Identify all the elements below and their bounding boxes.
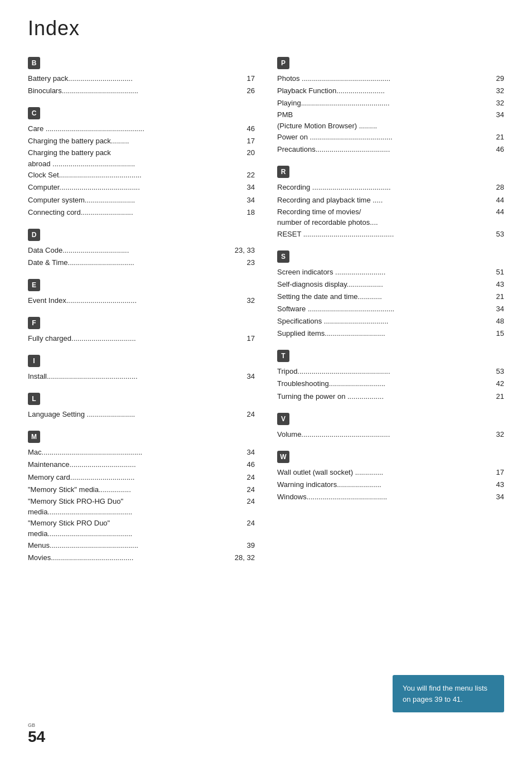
section-header-f: F — [28, 317, 40, 329]
section-header-t: T — [277, 350, 289, 362]
section-header-s: S — [277, 250, 289, 263]
callout-box: You will find the menu lists on pages 39… — [393, 675, 504, 712]
section-header-c: C — [28, 107, 40, 119]
list-item: Precautions.............................… — [277, 143, 504, 156]
list-item: Software ...............................… — [277, 303, 504, 315]
list-item: Charging the battery pack......... 17 — [28, 135, 255, 147]
list-item: Clock Set...............................… — [28, 169, 255, 181]
list-item: Turning the power on .................. … — [277, 390, 504, 403]
list-item: Connecting cord.........................… — [28, 206, 255, 219]
section-e: E Event Index...........................… — [28, 279, 255, 307]
list-item: "Memory Stick PRO-HG Duo"media..........… — [28, 496, 255, 518]
list-item: Menus...................................… — [28, 539, 255, 552]
list-item: Care ...................................… — [28, 123, 255, 135]
gb-label: GB — [28, 722, 35, 728]
list-item: "Memory Stick PRO Duo"media.............… — [28, 518, 255, 539]
list-item: Maintenance.............................… — [28, 459, 255, 471]
callout-text: You will find the menu lists on pages 39… — [403, 684, 487, 703]
page: Index B Battery pack....................… — [0, 0, 532, 607]
list-item: Playing.................................… — [277, 97, 504, 109]
section-l: L Language Setting .....................… — [28, 393, 255, 421]
list-item: Fully charged...........................… — [28, 332, 255, 345]
list-item: Movies..................................… — [28, 552, 255, 564]
list-item: Recording ..............................… — [277, 181, 504, 194]
section-m: M Mac...................................… — [28, 431, 255, 564]
page-footer: GB 54 — [28, 722, 45, 746]
list-item: Language Setting .......................… — [28, 408, 255, 421]
section-header-e: E — [28, 279, 40, 291]
list-item: Mac.....................................… — [28, 446, 255, 459]
section-d: D Data Code.............................… — [28, 229, 255, 269]
list-item: PMB(Picture Motion Browser) ......... 34 — [277, 109, 504, 131]
list-item: Screen indicators ......................… — [277, 266, 504, 278]
section-c: C Care .................................… — [28, 107, 255, 219]
list-item: Power on ...............................… — [277, 131, 504, 143]
list-item: Windows.................................… — [277, 491, 504, 503]
list-item: Playback Function.......................… — [277, 85, 504, 97]
section-header-m: M — [28, 431, 40, 443]
list-item: Computer system.........................… — [28, 194, 255, 206]
section-s: S Screen indicators ....................… — [277, 250, 504, 340]
section-header-d: D — [28, 229, 40, 241]
list-item: Supplied items..........................… — [277, 327, 504, 340]
section-header-b: B — [28, 57, 40, 69]
section-i: I Install...............................… — [28, 355, 255, 383]
section-b: B Battery pack..........................… — [28, 57, 255, 97]
right-column: P Photos ...............................… — [277, 57, 504, 574]
section-header-w: W — [277, 451, 289, 463]
list-item: RESET ..................................… — [277, 228, 504, 240]
list-item: Setting the date and time............ 21 — [277, 291, 504, 303]
list-item: Charging the battery packabroad ........… — [28, 147, 255, 169]
section-w: W Wall outlet (wall socket) ............… — [277, 451, 504, 503]
section-header-l: L — [28, 393, 40, 405]
list-item: "Memory Stick" media................ 24 — [28, 484, 255, 496]
left-column: B Battery pack..........................… — [28, 57, 255, 574]
list-item: Memory card.............................… — [28, 471, 255, 484]
list-item: Data Code...............................… — [28, 244, 255, 257]
section-v: V Volume................................… — [277, 413, 504, 441]
list-item: Install.................................… — [28, 370, 255, 383]
page-number: 54 — [28, 728, 45, 746]
list-item: Warning indicators......................… — [277, 479, 504, 491]
list-item: Wall outlet (wall socket) ..............… — [277, 466, 504, 479]
list-item: Tripod..................................… — [277, 365, 504, 378]
list-item: Recording and playback time ..... 44 — [277, 194, 504, 206]
section-header-v: V — [277, 413, 289, 425]
list-item: Battery pack............................… — [28, 73, 255, 85]
index-columns: B Battery pack..........................… — [28, 57, 504, 574]
list-item: Computer................................… — [28, 181, 255, 194]
list-item: Binoculars..............................… — [28, 85, 255, 97]
list-item: Troubleshooting.........................… — [277, 378, 504, 390]
page-title: Index — [28, 17, 504, 40]
section-p: P Photos ...............................… — [277, 57, 504, 156]
list-item: Event Index.............................… — [28, 295, 255, 307]
section-f: F Fully charged.........................… — [28, 317, 255, 345]
section-header-p: P — [277, 57, 289, 69]
list-item: Specifications .........................… — [277, 315, 504, 327]
list-item: Photos .................................… — [277, 73, 504, 85]
list-item: Date & Time.............................… — [28, 257, 255, 269]
section-r: R Recording ............................… — [277, 166, 504, 240]
section-header-r: R — [277, 166, 289, 178]
section-t: T Tripod................................… — [277, 350, 504, 402]
list-item: Recording time of movies/number of recor… — [277, 206, 504, 228]
section-header-i: I — [28, 355, 40, 367]
list-item: Volume..................................… — [277, 428, 504, 441]
list-item: Self-diagnosis display..................… — [277, 278, 504, 291]
